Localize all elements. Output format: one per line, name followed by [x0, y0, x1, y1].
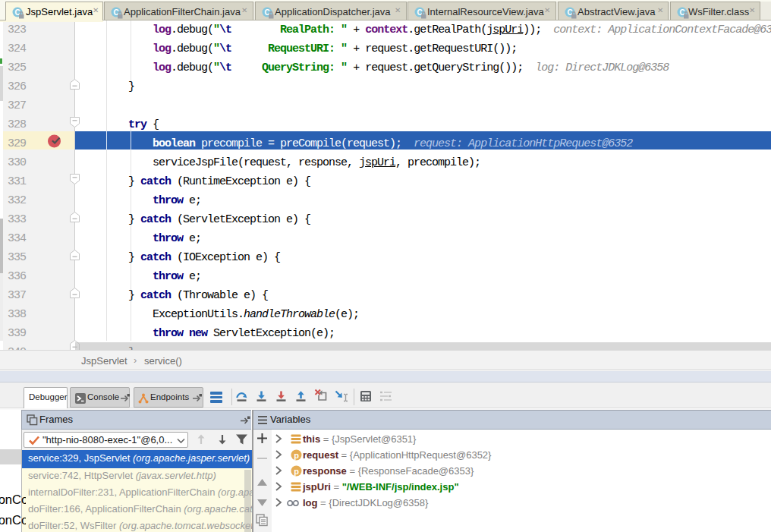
svg-text:p: p	[294, 467, 299, 476]
svg-text:p: p	[294, 451, 299, 460]
